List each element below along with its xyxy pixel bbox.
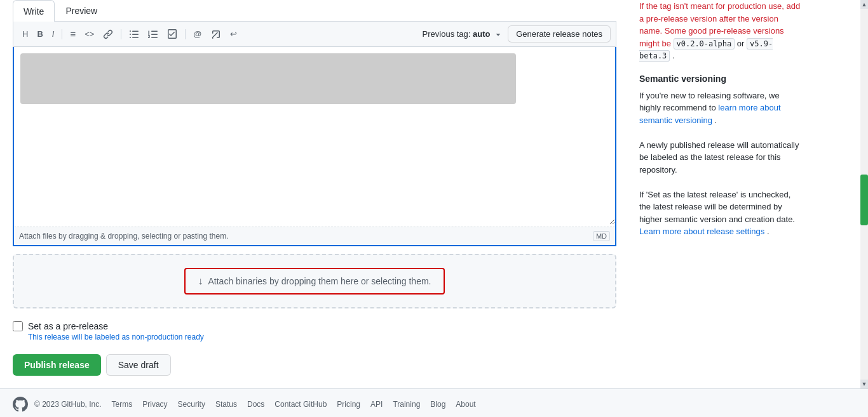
learn-more-release-link[interactable]: Learn more about release settings bbox=[639, 227, 764, 236]
editor-textarea[interactable] bbox=[14, 110, 615, 225]
binary-attach-area[interactable]: ↓ Attach binaries by dropping them here … bbox=[13, 254, 616, 308]
toolbar-left: H B I ≡ <> bbox=[18, 26, 241, 42]
down-arrow-icon: ↓ bbox=[198, 275, 203, 287]
github-logo-icon bbox=[13, 397, 28, 412]
numbered-button[interactable] bbox=[144, 27, 162, 42]
footer-about-link[interactable]: About bbox=[456, 400, 475, 409]
heading-button[interactable]: H bbox=[18, 27, 32, 41]
editor-image-placeholder bbox=[14, 47, 615, 110]
footer-docs-link[interactable]: Docs bbox=[247, 400, 264, 409]
editor-toolbar: H B I ≡ <> bbox=[13, 22, 616, 47]
sidebar-semantic-heading: Semantic versioning bbox=[639, 72, 803, 86]
action-buttons: Publish release Save draft bbox=[13, 354, 616, 376]
publish-release-button[interactable]: Publish release bbox=[13, 354, 101, 376]
task-button[interactable] bbox=[163, 27, 181, 42]
link-button[interactable] bbox=[99, 27, 117, 42]
editor-tabs: Write Preview bbox=[13, 0, 616, 22]
scrollbar-thumb[interactable] bbox=[860, 175, 868, 225]
footer-api-link[interactable]: API bbox=[370, 400, 383, 409]
editor-area: Attach files by dragging & dropping, sel… bbox=[13, 47, 616, 246]
footer-training-link[interactable]: Training bbox=[393, 400, 420, 409]
italic-button[interactable]: I bbox=[48, 27, 58, 41]
previous-tag-label: Previous tag: auto bbox=[423, 29, 503, 39]
undo-button[interactable]: ↩ bbox=[226, 27, 241, 41]
toolbar-right: Previous tag: auto Generate release note… bbox=[423, 25, 611, 43]
page-footer: © 2023 GitHub, Inc. Terms Privacy Securi… bbox=[0, 388, 868, 417]
footer-contact-link[interactable]: Contact GitHub bbox=[275, 400, 327, 409]
footer-terms-link[interactable]: Terms bbox=[112, 400, 133, 409]
sidebar-prerelease-info: If the tag isn't meant for production us… bbox=[639, 0, 803, 62]
pre-release-hint: This release will be labeled as non-prod… bbox=[28, 333, 616, 341]
footer-copyright: © 2023 GitHub, Inc. bbox=[13, 397, 102, 412]
sidebar: If the tag isn't meant for production us… bbox=[629, 0, 813, 388]
mention-button[interactable]: @ bbox=[189, 27, 205, 41]
footer-security-link[interactable]: Security bbox=[178, 400, 205, 409]
sidebar-latest-release-text: A newly published release will automatic… bbox=[639, 139, 803, 176]
md-badge: MD bbox=[593, 231, 610, 241]
pre-release-label-text: Set as a pre-release bbox=[28, 321, 108, 331]
toolbar-divider-1 bbox=[62, 29, 62, 39]
reference-button[interactable] bbox=[207, 27, 225, 42]
sidebar-code1: v0.2.0-alpha bbox=[674, 38, 735, 50]
code-button[interactable]: <> bbox=[81, 27, 98, 41]
tab-write[interactable]: Write bbox=[13, 0, 55, 22]
scrollbar-down-button[interactable]: ▼ bbox=[860, 380, 868, 388]
pre-release-section: Set as a pre-release This release will b… bbox=[13, 321, 616, 341]
footer-blog-link[interactable]: Blog bbox=[430, 400, 445, 409]
quote-button[interactable]: ≡ bbox=[66, 26, 79, 42]
save-draft-button[interactable]: Save draft bbox=[106, 354, 171, 376]
pre-release-label[interactable]: Set as a pre-release bbox=[13, 321, 616, 331]
footer-pricing-link[interactable]: Pricing bbox=[337, 400, 360, 409]
generate-notes-button[interactable]: Generate release notes bbox=[508, 25, 611, 43]
footer-privacy-link[interactable]: Privacy bbox=[142, 400, 167, 409]
tab-preview[interactable]: Preview bbox=[55, 0, 108, 21]
scrollbar-up-button[interactable]: ▲ bbox=[860, 0, 868, 9]
binary-attach-inner: ↓ Attach binaries by dropping them here … bbox=[184, 268, 445, 295]
footer-copyright-text: © 2023 GitHub, Inc. bbox=[34, 400, 102, 409]
toolbar-divider-3 bbox=[185, 29, 186, 39]
editor-footer: Attach files by dragging & dropping, sel… bbox=[14, 227, 615, 245]
bold-button[interactable]: B bbox=[33, 27, 46, 41]
sidebar-semantic-versioning: Semantic versioning If you're new to rel… bbox=[639, 72, 803, 238]
binary-attach-text: Attach binaries by dropping them here or… bbox=[208, 276, 431, 286]
scrollbar-track: ▲ ▼ bbox=[860, 0, 868, 388]
pre-release-checkbox[interactable] bbox=[13, 321, 23, 331]
footer-status-link[interactable]: Status bbox=[215, 400, 237, 409]
toolbar-divider-2 bbox=[121, 29, 121, 39]
bullets-button[interactable] bbox=[125, 27, 143, 42]
attach-files-text: Attach files by dragging & dropping, sel… bbox=[19, 232, 229, 241]
